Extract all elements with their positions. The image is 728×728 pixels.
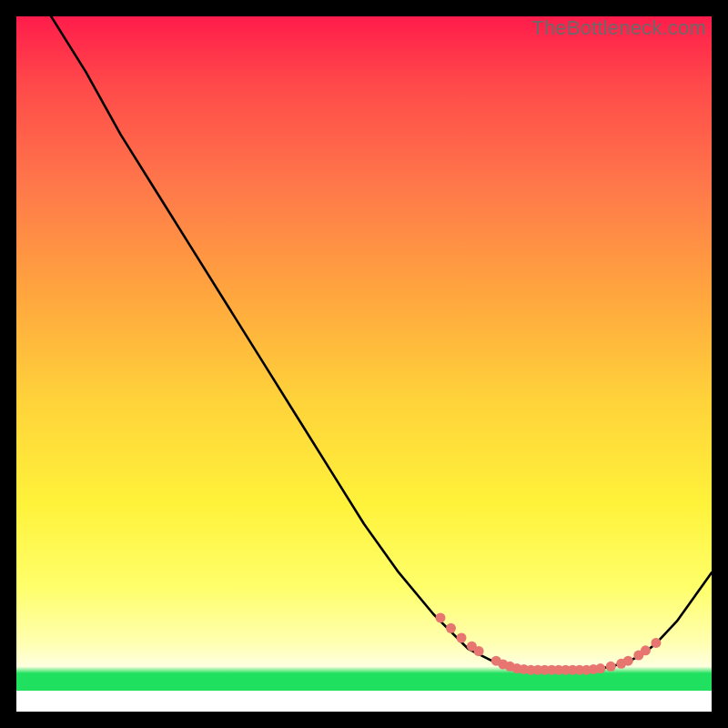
bottleneck-curve-path — [51, 16, 712, 670]
highlight-dots — [436, 612, 662, 674]
chart-frame: TheBottleneck.com — [16, 16, 712, 712]
chart-svg — [16, 16, 712, 712]
highlight-dot — [446, 623, 456, 633]
highlight-dot — [641, 645, 651, 655]
curve-group — [51, 16, 712, 675]
highlight-dot — [606, 662, 616, 672]
watermark-text: TheBottleneck.com — [531, 16, 706, 40]
highlight-dot — [474, 646, 484, 656]
highlight-dot — [623, 656, 633, 666]
highlight-dot — [436, 612, 446, 622]
highlight-dot — [457, 633, 467, 643]
highlight-dot — [651, 638, 661, 648]
highlight-dot — [595, 663, 605, 673]
